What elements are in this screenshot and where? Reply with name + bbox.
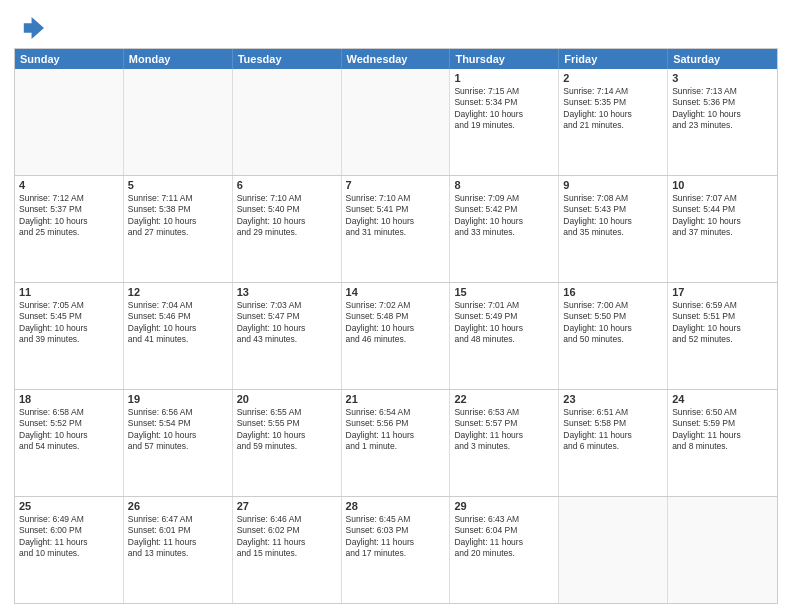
calendar-row-4: 18Sunrise: 6:58 AM Sunset: 5:52 PM Dayli… xyxy=(15,389,777,496)
calendar-row-2: 4Sunrise: 7:12 AM Sunset: 5:37 PM Daylig… xyxy=(15,175,777,282)
day-number: 18 xyxy=(19,393,119,405)
header-day-tuesday: Tuesday xyxy=(233,49,342,69)
day-number: 1 xyxy=(454,72,554,84)
cell-details: Sunrise: 6:43 AM Sunset: 6:04 PM Dayligh… xyxy=(454,514,554,560)
cell-details: Sunrise: 7:05 AM Sunset: 5:45 PM Dayligh… xyxy=(19,300,119,346)
calendar-cell: 13Sunrise: 7:03 AM Sunset: 5:47 PM Dayli… xyxy=(233,283,342,389)
page: SundayMondayTuesdayWednesdayThursdayFrid… xyxy=(0,0,792,612)
calendar-cell: 14Sunrise: 7:02 AM Sunset: 5:48 PM Dayli… xyxy=(342,283,451,389)
cell-details: Sunrise: 6:54 AM Sunset: 5:56 PM Dayligh… xyxy=(346,407,446,453)
calendar-row-3: 11Sunrise: 7:05 AM Sunset: 5:45 PM Dayli… xyxy=(15,282,777,389)
calendar-cell: 24Sunrise: 6:50 AM Sunset: 5:59 PM Dayli… xyxy=(668,390,777,496)
cell-details: Sunrise: 7:07 AM Sunset: 5:44 PM Dayligh… xyxy=(672,193,773,239)
day-number: 13 xyxy=(237,286,337,298)
calendar-cell: 20Sunrise: 6:55 AM Sunset: 5:55 PM Dayli… xyxy=(233,390,342,496)
day-number: 12 xyxy=(128,286,228,298)
calendar-cell: 19Sunrise: 6:56 AM Sunset: 5:54 PM Dayli… xyxy=(124,390,233,496)
header-day-sunday: Sunday xyxy=(15,49,124,69)
calendar-cell: 3Sunrise: 7:13 AM Sunset: 5:36 PM Daylig… xyxy=(668,69,777,175)
cell-details: Sunrise: 7:12 AM Sunset: 5:37 PM Dayligh… xyxy=(19,193,119,239)
calendar-header: SundayMondayTuesdayWednesdayThursdayFrid… xyxy=(15,49,777,69)
day-number: 2 xyxy=(563,72,663,84)
calendar-cell: 11Sunrise: 7:05 AM Sunset: 5:45 PM Dayli… xyxy=(15,283,124,389)
day-number: 16 xyxy=(563,286,663,298)
calendar-cell xyxy=(668,497,777,603)
day-number: 14 xyxy=(346,286,446,298)
calendar-cell: 29Sunrise: 6:43 AM Sunset: 6:04 PM Dayli… xyxy=(450,497,559,603)
calendar-cell xyxy=(15,69,124,175)
calendar-cell: 18Sunrise: 6:58 AM Sunset: 5:52 PM Dayli… xyxy=(15,390,124,496)
cell-details: Sunrise: 7:13 AM Sunset: 5:36 PM Dayligh… xyxy=(672,86,773,132)
day-number: 8 xyxy=(454,179,554,191)
calendar-cell: 4Sunrise: 7:12 AM Sunset: 5:37 PM Daylig… xyxy=(15,176,124,282)
cell-details: Sunrise: 6:46 AM Sunset: 6:02 PM Dayligh… xyxy=(237,514,337,560)
calendar-cell: 27Sunrise: 6:46 AM Sunset: 6:02 PM Dayli… xyxy=(233,497,342,603)
cell-details: Sunrise: 6:55 AM Sunset: 5:55 PM Dayligh… xyxy=(237,407,337,453)
cell-details: Sunrise: 6:59 AM Sunset: 5:51 PM Dayligh… xyxy=(672,300,773,346)
calendar-cell: 1Sunrise: 7:15 AM Sunset: 5:34 PM Daylig… xyxy=(450,69,559,175)
calendar-cell: 12Sunrise: 7:04 AM Sunset: 5:46 PM Dayli… xyxy=(124,283,233,389)
day-number: 15 xyxy=(454,286,554,298)
logo xyxy=(14,14,44,42)
cell-details: Sunrise: 6:49 AM Sunset: 6:00 PM Dayligh… xyxy=(19,514,119,560)
cell-details: Sunrise: 7:02 AM Sunset: 5:48 PM Dayligh… xyxy=(346,300,446,346)
cell-details: Sunrise: 6:51 AM Sunset: 5:58 PM Dayligh… xyxy=(563,407,663,453)
header-day-friday: Friday xyxy=(559,49,668,69)
day-number: 23 xyxy=(563,393,663,405)
cell-details: Sunrise: 6:58 AM Sunset: 5:52 PM Dayligh… xyxy=(19,407,119,453)
calendar-cell: 28Sunrise: 6:45 AM Sunset: 6:03 PM Dayli… xyxy=(342,497,451,603)
cell-details: Sunrise: 7:14 AM Sunset: 5:35 PM Dayligh… xyxy=(563,86,663,132)
day-number: 17 xyxy=(672,286,773,298)
calendar-cell: 21Sunrise: 6:54 AM Sunset: 5:56 PM Dayli… xyxy=(342,390,451,496)
calendar-cell: 25Sunrise: 6:49 AM Sunset: 6:00 PM Dayli… xyxy=(15,497,124,603)
calendar-cell xyxy=(233,69,342,175)
cell-details: Sunrise: 7:08 AM Sunset: 5:43 PM Dayligh… xyxy=(563,193,663,239)
header-day-saturday: Saturday xyxy=(668,49,777,69)
calendar-cell: 22Sunrise: 6:53 AM Sunset: 5:57 PM Dayli… xyxy=(450,390,559,496)
header-day-thursday: Thursday xyxy=(450,49,559,69)
day-number: 25 xyxy=(19,500,119,512)
calendar-cell: 17Sunrise: 6:59 AM Sunset: 5:51 PM Dayli… xyxy=(668,283,777,389)
calendar: SundayMondayTuesdayWednesdayThursdayFrid… xyxy=(14,48,778,604)
calendar-cell xyxy=(124,69,233,175)
day-number: 7 xyxy=(346,179,446,191)
calendar-cell: 7Sunrise: 7:10 AM Sunset: 5:41 PM Daylig… xyxy=(342,176,451,282)
calendar-cell: 23Sunrise: 6:51 AM Sunset: 5:58 PM Dayli… xyxy=(559,390,668,496)
day-number: 3 xyxy=(672,72,773,84)
day-number: 11 xyxy=(19,286,119,298)
calendar-row-5: 25Sunrise: 6:49 AM Sunset: 6:00 PM Dayli… xyxy=(15,496,777,603)
day-number: 19 xyxy=(128,393,228,405)
day-number: 5 xyxy=(128,179,228,191)
cell-details: Sunrise: 7:10 AM Sunset: 5:41 PM Dayligh… xyxy=(346,193,446,239)
cell-details: Sunrise: 6:50 AM Sunset: 5:59 PM Dayligh… xyxy=(672,407,773,453)
day-number: 26 xyxy=(128,500,228,512)
cell-details: Sunrise: 7:15 AM Sunset: 5:34 PM Dayligh… xyxy=(454,86,554,132)
day-number: 29 xyxy=(454,500,554,512)
calendar-row-1: 1Sunrise: 7:15 AM Sunset: 5:34 PM Daylig… xyxy=(15,69,777,175)
cell-details: Sunrise: 7:10 AM Sunset: 5:40 PM Dayligh… xyxy=(237,193,337,239)
header-day-monday: Monday xyxy=(124,49,233,69)
cell-details: Sunrise: 7:03 AM Sunset: 5:47 PM Dayligh… xyxy=(237,300,337,346)
day-number: 27 xyxy=(237,500,337,512)
cell-details: Sunrise: 6:53 AM Sunset: 5:57 PM Dayligh… xyxy=(454,407,554,453)
cell-details: Sunrise: 6:45 AM Sunset: 6:03 PM Dayligh… xyxy=(346,514,446,560)
calendar-cell: 9Sunrise: 7:08 AM Sunset: 5:43 PM Daylig… xyxy=(559,176,668,282)
day-number: 22 xyxy=(454,393,554,405)
header xyxy=(14,10,778,42)
day-number: 9 xyxy=(563,179,663,191)
calendar-cell xyxy=(559,497,668,603)
cell-details: Sunrise: 6:56 AM Sunset: 5:54 PM Dayligh… xyxy=(128,407,228,453)
calendar-cell: 16Sunrise: 7:00 AM Sunset: 5:50 PM Dayli… xyxy=(559,283,668,389)
cell-details: Sunrise: 7:09 AM Sunset: 5:42 PM Dayligh… xyxy=(454,193,554,239)
cell-details: Sunrise: 7:01 AM Sunset: 5:49 PM Dayligh… xyxy=(454,300,554,346)
calendar-cell: 15Sunrise: 7:01 AM Sunset: 5:49 PM Dayli… xyxy=(450,283,559,389)
calendar-cell: 10Sunrise: 7:07 AM Sunset: 5:44 PM Dayli… xyxy=(668,176,777,282)
logo-icon xyxy=(16,14,44,42)
day-number: 20 xyxy=(237,393,337,405)
day-number: 10 xyxy=(672,179,773,191)
calendar-cell: 8Sunrise: 7:09 AM Sunset: 5:42 PM Daylig… xyxy=(450,176,559,282)
calendar-cell: 6Sunrise: 7:10 AM Sunset: 5:40 PM Daylig… xyxy=(233,176,342,282)
calendar-cell xyxy=(342,69,451,175)
header-day-wednesday: Wednesday xyxy=(342,49,451,69)
cell-details: Sunrise: 6:47 AM Sunset: 6:01 PM Dayligh… xyxy=(128,514,228,560)
